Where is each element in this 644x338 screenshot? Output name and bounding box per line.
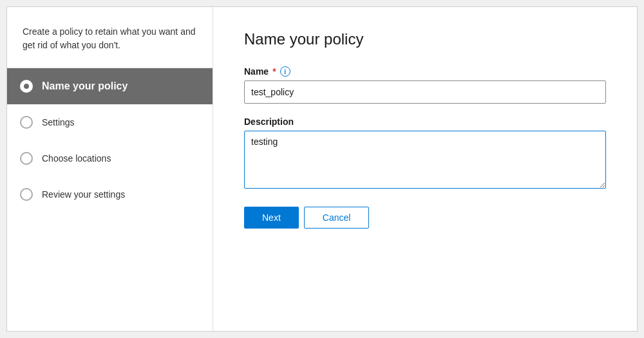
step-circle-4 (20, 188, 33, 201)
step-label-3: Choose locations (42, 153, 111, 164)
sidebar-steps: Name your policy Settings Choose locatio… (7, 68, 213, 212)
info-icon[interactable]: i (280, 66, 290, 77)
page-title: Name your policy (244, 30, 606, 48)
step-label-1: Name your policy (42, 80, 128, 92)
policy-wizard: Create a policy to retain what you want … (6, 6, 638, 332)
name-input[interactable] (244, 80, 606, 104)
step-circle-1 (20, 80, 33, 93)
name-field-label-row: Name * i (244, 66, 606, 77)
step-label-4: Review your settings (42, 189, 125, 200)
next-button[interactable]: Next (244, 207, 299, 229)
sidebar-item-review-settings[interactable]: Review your settings (7, 176, 213, 212)
step-label-2: Settings (42, 117, 75, 127)
name-label: Name (244, 66, 269, 77)
description-label: Description (244, 117, 294, 127)
step-circle-inner-1 (24, 84, 29, 89)
description-textarea[interactable]: testing (244, 131, 606, 189)
sidebar-item-settings[interactable]: Settings (7, 104, 213, 140)
description-field-label-row: Description (244, 117, 606, 127)
intro-text: Create a policy to retain what you want … (23, 26, 196, 50)
sidebar-item-choose-locations[interactable]: Choose locations (7, 140, 213, 176)
required-star: * (272, 66, 276, 77)
cancel-button[interactable]: Cancel (304, 207, 370, 229)
step-circle-2 (20, 116, 33, 129)
sidebar-item-name-policy[interactable]: Name your policy (7, 68, 213, 104)
step-circle-3 (20, 152, 33, 165)
sidebar-intro: Create a policy to retain what you want … (7, 7, 213, 68)
sidebar: Create a policy to retain what you want … (7, 7, 213, 331)
button-row: Next Cancel (244, 207, 606, 229)
main-content: Name your policy Name * i Description te… (213, 7, 637, 331)
